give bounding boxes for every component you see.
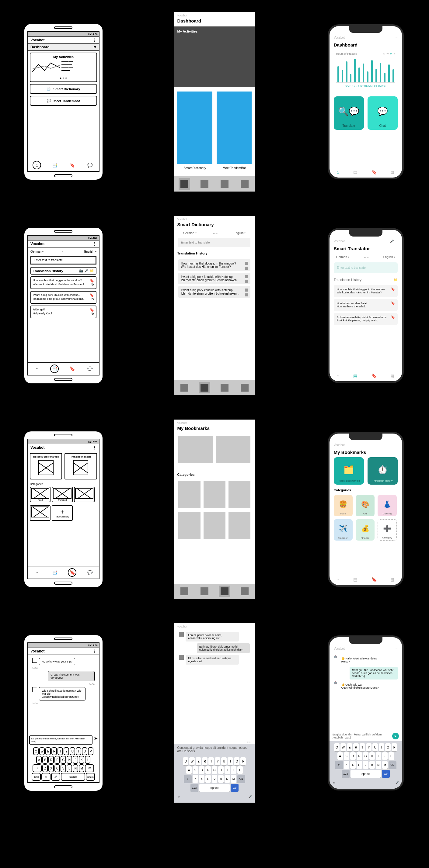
nav-chat-icon[interactable]: 💬	[85, 161, 94, 169]
key-M[interactable]: M	[79, 764, 84, 772]
history-tools[interactable]: 📷 🎤 📁	[79, 269, 94, 273]
key-A[interactable]: A	[186, 766, 192, 774]
key-space[interactable]: space	[350, 770, 381, 778]
chat-input[interactable]: Consequat gravida neque sit tincidunt ne…	[174, 744, 255, 755]
key-K[interactable]: K	[79, 756, 84, 764]
swap-icon[interactable]: ←→	[213, 231, 218, 235]
category-card[interactable]	[178, 480, 200, 508]
recent-bookmarked-tile[interactable]: 🗂️Recent Bookmarked	[334, 457, 364, 485]
nav-home-icon[interactable]: ⌂	[337, 373, 339, 378]
key-H[interactable]: H	[67, 756, 72, 764]
key-W[interactable]: W	[39, 747, 45, 755]
key-return[interactable]: return	[86, 773, 95, 781]
header-tools[interactable]: 🎤 ⋯	[390, 240, 398, 243]
send-icon[interactable]: ➤	[94, 736, 98, 745]
key-L[interactable]: L	[237, 766, 243, 774]
key-T[interactable]: T	[360, 743, 365, 751]
key-U[interactable]: U	[70, 747, 75, 755]
nav-home[interactable]	[180, 180, 188, 188]
nav-translate-icon[interactable]: ▤	[353, 577, 357, 582]
key-V[interactable]: V	[363, 761, 368, 769]
translate-input[interactable]: Enter text to translate	[30, 256, 96, 265]
key-R[interactable]: R	[353, 743, 359, 751]
key-S[interactable]: S	[193, 766, 198, 774]
key-go[interactable]: Go	[231, 784, 238, 792]
home-button[interactable]	[54, 174, 73, 177]
key-Q[interactable]: Q	[33, 747, 39, 755]
key-R[interactable]: R	[51, 747, 57, 755]
nav-bookmark-icon[interactable]: 🔖	[371, 169, 377, 175]
nav-bookmark[interactable]	[221, 384, 228, 392]
key-P[interactable]: P	[392, 743, 397, 751]
category-transport[interactable]: Transport	[52, 487, 73, 502]
history-card[interactable]	[216, 436, 251, 463]
key-G[interactable]: G	[212, 766, 217, 774]
nav-translate[interactable]	[201, 180, 208, 188]
history-item[interactable]: I want a big pork knuckle with Ketchup..…	[178, 286, 250, 298]
key-N[interactable]: N	[376, 761, 381, 769]
keyboard[interactable]: QWERTYUIOPASDFGHJKL⇧ZXCVBNM⌫123spaceGo☺🎤	[330, 741, 402, 789]
category-finance[interactable]: 💰Finance	[356, 519, 375, 540]
key-B[interactable]: B	[369, 761, 375, 769]
key-mic[interactable]: 🎤	[246, 793, 254, 801]
smart-dictionary-button[interactable]: 📑 Smart Dictionary	[30, 84, 97, 94]
translate-input[interactable]: Enter text to translate	[334, 262, 398, 273]
key-num[interactable]: 123	[342, 770, 350, 778]
nav-chat-icon[interactable]: 💬	[85, 568, 94, 577]
nav-translate[interactable]	[201, 587, 208, 595]
key-U[interactable]: U	[221, 757, 227, 765]
key-W[interactable]: W	[189, 757, 195, 765]
key-P[interactable]: P	[240, 757, 246, 765]
lang-from-dropdown[interactable]: German	[183, 231, 196, 235]
category-card[interactable]	[228, 480, 250, 508]
lang-to-dropdown[interactable]: English	[383, 255, 395, 259]
key-O[interactable]: O	[82, 747, 87, 755]
key-D[interactable]: D	[199, 766, 204, 774]
key-T[interactable]: T	[208, 757, 214, 765]
key-Z[interactable]: Z	[193, 775, 198, 783]
key-go[interactable]: Go	[382, 770, 390, 778]
key-Z[interactable]: Z	[344, 761, 349, 769]
more-icon[interactable]: ⋯	[395, 36, 398, 39]
nav-bookmark[interactable]	[221, 180, 228, 188]
key-W[interactable]: W	[340, 743, 346, 751]
keyboard[interactable]: QWERTYUIOPASDFGHJKL⇧ZXCVBNM⌫12.3☺🎤spacer…	[28, 746, 98, 782]
key-U[interactable]: U	[372, 743, 378, 751]
key-space[interactable]: space	[61, 773, 85, 781]
key-D[interactable]: D	[48, 756, 54, 764]
nav-home-icon[interactable]: ⌂	[33, 161, 41, 169]
key-J[interactable]: J	[376, 752, 381, 760]
key-Z[interactable]: Z	[42, 764, 48, 772]
key-M[interactable]: M	[231, 775, 236, 783]
history-item[interactable]: Nun haben wir den Salat.Now we have the …	[334, 299, 398, 311]
nav-bookmark-icon[interactable]: 🔖	[371, 373, 377, 378]
chat-input[interactable]: Es gibt eigentlich keine, weil ich auf d…	[29, 736, 92, 745]
key-Y[interactable]: Y	[215, 757, 220, 765]
key-F[interactable]: F	[356, 752, 362, 760]
chat-input[interactable]: Es gibt eigentlich keine, weil ich auf d…	[333, 733, 390, 739]
key-C[interactable]: C	[205, 775, 211, 783]
new-category-button[interactable]: +New Category	[52, 505, 73, 521]
key-mic[interactable]: 🎤	[393, 779, 401, 786]
history-item[interactable]: I want a big pork knuckle with cheese...…	[30, 291, 96, 304]
translate-input[interactable]: Enter text to translate	[178, 238, 250, 247]
key-H[interactable]: H	[218, 766, 224, 774]
key-H[interactable]: H	[369, 752, 375, 760]
key-I[interactable]: I	[76, 747, 81, 755]
nav-bookmark-icon[interactable]: 🔖	[68, 568, 76, 577]
category-clothing[interactable]: 👗Clothing	[378, 495, 396, 516]
key-E[interactable]: E	[45, 747, 51, 755]
nav-chat-icon[interactable]: ▦	[391, 577, 395, 582]
history-item[interactable]: leider geil🔖Helplessly Cool↻	[30, 306, 96, 318]
send-button[interactable]: ➤	[392, 733, 399, 739]
key-T[interactable]: T	[58, 747, 63, 755]
key-M[interactable]: M	[382, 761, 388, 769]
meet-tandembot-card[interactable]: Meet TandemBot	[217, 92, 252, 172]
key-Y[interactable]: Y	[64, 747, 69, 755]
key-mic[interactable]: 🎤	[51, 773, 60, 781]
key-emoji[interactable]: ☺	[41, 773, 51, 781]
category-placeholder[interactable]	[74, 487, 95, 502]
range-selector[interactable]: D W M Y	[383, 52, 395, 55]
key-N[interactable]: N	[225, 775, 230, 783]
nav-bookmark-icon[interactable]: 🔖	[68, 161, 76, 169]
